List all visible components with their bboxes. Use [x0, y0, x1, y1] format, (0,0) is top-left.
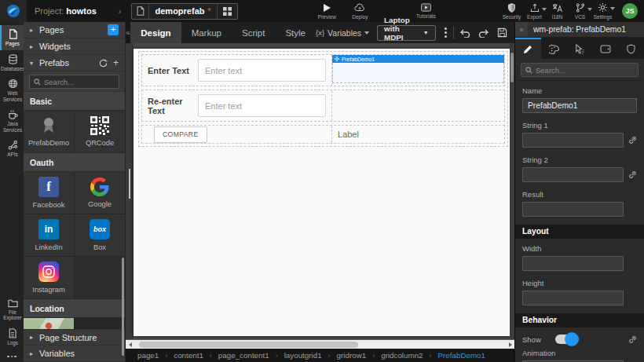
rail-more-icon[interactable] [0, 349, 24, 362]
prefabs-accordion[interactable]: ▾ Prefabs + [24, 55, 125, 71]
compare-button[interactable]: COMPARE [154, 126, 207, 143]
tab-design[interactable]: Design [130, 22, 181, 43]
prefab-search-box[interactable] [29, 75, 119, 89]
i18n-button[interactable]: I18N [546, 3, 569, 20]
properties-search-input[interactable] [536, 66, 634, 75]
field2-input[interactable] [198, 94, 326, 117]
tab-security[interactable] [618, 38, 644, 59]
left-panel-scrollbar[interactable] [122, 258, 124, 356]
scrollbar-track[interactable] [134, 340, 506, 349]
grid-cell-enter-text[interactable]: Enter Text [142, 55, 332, 86]
tab-markup[interactable]: Markup [181, 22, 232, 43]
prefab-selection-header[interactable]: PrefabDemo1 [332, 55, 504, 63]
security-button[interactable]: Security [500, 3, 523, 20]
prefab-tile-instagram[interactable]: Instagram [24, 257, 74, 298]
breadcrumb-gridcolumn2[interactable]: gridcolumn2 [381, 351, 423, 360]
breadcrumb-page-content1[interactable]: page_content1 [218, 351, 269, 360]
grid-row-2[interactable]: Re-enter Text [141, 90, 505, 122]
page-switcher[interactable]: demoprefab * [131, 3, 239, 20]
canvas-vertical-scrollbar[interactable] [129, 169, 130, 199]
field1-label[interactable]: Enter Text [148, 66, 198, 75]
prefab-search-input[interactable] [44, 78, 115, 86]
app-logo[interactable] [0, 0, 27, 22]
field2-label[interactable]: Re-enter Text [148, 97, 198, 115]
redo-button[interactable] [474, 22, 493, 43]
height-input[interactable] [522, 291, 624, 305]
grid-row-1[interactable]: Enter Text PrefabDemo1 [141, 54, 505, 86]
horizontal-scrollbar[interactable] [126, 339, 514, 349]
result-input[interactable] [522, 202, 624, 217]
tab-properties[interactable] [515, 38, 541, 59]
breadcrumb-gridrow1[interactable]: gridrow1 [337, 351, 367, 360]
field1-input[interactable] [198, 59, 326, 82]
properties-search-box[interactable] [521, 63, 639, 77]
label-widget[interactable]: Label [338, 130, 359, 139]
vcs-button[interactable]: VCS [569, 3, 591, 20]
prefab-tile-box[interactable]: box Box [75, 214, 125, 256]
page-vertical-scrollbar[interactable] [510, 43, 514, 339]
prefab-tile-google[interactable]: Google [75, 172, 125, 214]
string1-input[interactable] [522, 133, 624, 148]
add-prefab-icon[interactable]: + [113, 58, 119, 68]
page-structure-accordion[interactable]: ▸ Page Structure [24, 329, 125, 346]
grid-cell-reenter-text[interactable]: Re-enter Text [142, 90, 332, 121]
prefab-tile-facebook[interactable]: f Facebook [24, 172, 74, 214]
prefab-tile-location[interactable] [24, 318, 74, 329]
rail-item-java-services[interactable]: Java Services [0, 105, 24, 136]
width-input[interactable] [522, 256, 624, 271]
scroll-right-arrow[interactable] [506, 340, 514, 349]
scrollbar-thumb[interactable] [139, 342, 358, 348]
prefab-tile-linkedin[interactable]: in LinkedIn [24, 214, 74, 256]
prefab-content-area[interactable] [332, 63, 504, 83]
pages-grid-icon[interactable] [217, 4, 237, 19]
rail-item-web-services[interactable]: Web Services [0, 75, 24, 105]
bind-show-icon[interactable] [628, 335, 637, 344]
rail-item-file-explorer[interactable]: File Explorer [0, 294, 24, 324]
string2-input[interactable] [522, 167, 624, 182]
breadcrumb-page1[interactable]: page1 [137, 351, 159, 360]
tab-device[interactable] [592, 38, 618, 59]
rail-item-apis[interactable]: APIs [0, 136, 24, 161]
rail-item-logs[interactable]: Logs [0, 324, 24, 349]
tab-styles[interactable] [541, 38, 567, 59]
refresh-prefabs-icon[interactable] [99, 59, 108, 68]
bind-string2-icon[interactable] [628, 170, 637, 179]
rail-item-pages[interactable]: Pages [0, 25, 24, 50]
grid-cell-compare[interactable]: COMPARE [142, 126, 332, 143]
rail-item-databases[interactable]: Databases [0, 50, 24, 75]
tab-events[interactable] [567, 38, 593, 59]
breadcrumb-prefabdemo1[interactable]: PrefabDemo1 [438, 351, 485, 360]
save-button[interactable] [493, 22, 511, 43]
grid-cell-empty[interactable] [332, 90, 504, 121]
prefab-tile-prefabdemo[interactable]: PrefabDemo [24, 111, 74, 152]
grid-cell-prefab[interactable]: PrefabDemo1 [332, 55, 504, 86]
layout-grid[interactable]: Enter Text PrefabDemo1 [138, 51, 508, 147]
widgets-accordion[interactable]: ▸ Widgets [24, 38, 125, 55]
selected-prefab-widget[interactable]: PrefabDemo1 [332, 55, 504, 83]
preview-button[interactable]: Preview [310, 3, 343, 20]
grid-cell-label[interactable]: Label [332, 126, 504, 143]
more-options-button[interactable] [441, 22, 451, 43]
breadcrumb-content1[interactable]: content1 [174, 351, 203, 360]
show-toggle[interactable] [555, 335, 577, 344]
scroll-left-arrow[interactable] [126, 340, 134, 349]
variables-menu[interactable]: {x} Variables [316, 28, 369, 38]
settings-button[interactable]: Settings [591, 2, 614, 20]
export-button[interactable]: Export [523, 3, 546, 20]
name-input[interactable] [522, 98, 637, 113]
deploy-button[interactable]: Deploy [343, 3, 376, 20]
bind-string1-icon[interactable] [628, 136, 637, 144]
variables-accordion[interactable]: ▸ Variables [24, 346, 125, 362]
undo-button[interactable] [456, 22, 474, 43]
add-page-button[interactable]: + [108, 24, 119, 35]
grid-row-3[interactable]: COMPARE Label [141, 125, 505, 144]
canvas-page[interactable]: Enter Text PrefabDemo1 [134, 49, 510, 336]
breadcrumb-layoutgrid1[interactable]: layoutgrid1 [284, 351, 322, 360]
pages-accordion[interactable]: ▸ Pages + [24, 22, 125, 38]
device-selector[interactable]: Laptop with MDPI Screen ▼ [377, 25, 435, 41]
collapse-right-panel-button[interactable]: » [515, 22, 528, 37]
tab-style[interactable]: Style [275, 22, 316, 43]
tab-script[interactable]: Script [232, 22, 275, 43]
user-avatar[interactable]: JS [622, 3, 638, 19]
prefab-tile-qrcode[interactable]: QRCode [75, 111, 125, 152]
